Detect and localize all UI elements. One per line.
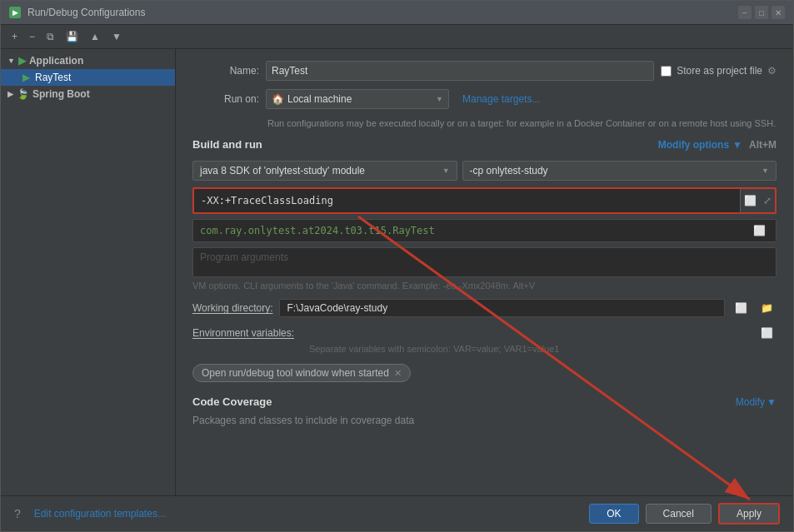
- vm-input-actions: ⬜ ⤢: [740, 189, 775, 212]
- dropdown-arrow-icon: ▼: [436, 95, 443, 103]
- settings-icon[interactable]: ⚙: [767, 65, 777, 77]
- config-panel: Name: Store as project file ⚙ Run on: 🏠 …: [176, 49, 793, 495]
- toolbar: + − ⧉ 💾 ▲ ▼: [1, 25, 793, 49]
- coverage-packages-text: Packages and classes to include in cover…: [192, 415, 777, 426]
- sidebar-item-label-springboot: Spring Boot: [32, 88, 90, 100]
- manage-targets-link[interactable]: Manage targets...: [462, 93, 540, 105]
- run-debug-dialog: ▶ Run/Debug Configurations − □ ✕ + − ⧉ 💾…: [0, 0, 794, 532]
- build-and-run-title: Build and run: [192, 138, 262, 151]
- ok-button[interactable]: OK: [589, 504, 638, 524]
- env-vars-label: Environment variables:: [192, 327, 294, 339]
- copy-config-button[interactable]: ⧉: [42, 28, 58, 45]
- help-button[interactable]: ?: [14, 507, 21, 520]
- code-coverage-title: Code Coverage: [192, 395, 272, 408]
- remove-tool-window-tag-button[interactable]: ✕: [394, 368, 402, 379]
- cp-arrow-icon: ▼: [762, 167, 769, 175]
- run-on-dropdown[interactable]: 🏠 Local machine ▼: [266, 89, 449, 109]
- apply-button[interactable]: Apply: [718, 503, 780, 525]
- run-config-info: Run configurations may be executed local…: [267, 117, 777, 130]
- remove-config-button[interactable]: −: [25, 28, 39, 45]
- vm-options-fullscreen-button[interactable]: ⤢: [760, 193, 775, 208]
- tool-window-row: Open run/debug tool window when started …: [192, 364, 777, 382]
- main-class-value: com.ray.onlytest.at2024.t03.t15.RayTest: [200, 225, 750, 236]
- sidebar-item-label-raytest: RayTest: [35, 72, 71, 83]
- coverage-modify-button[interactable]: Modify ▼: [736, 396, 777, 408]
- open-tool-window-label: Open run/debug tool window when started: [202, 367, 389, 379]
- edit-templates-link[interactable]: Edit configuration templates...: [34, 508, 166, 520]
- expand-icon: ▼: [7, 57, 15, 65]
- env-vars-hint: Separate variables with semicolon: VAR=v…: [309, 344, 777, 354]
- store-as-project-label: Store as project file: [677, 65, 762, 77]
- collapse-icon: ▶: [7, 90, 13, 98]
- build-and-run-header: Build and run Modify options ▼ Alt+M: [192, 138, 777, 151]
- sidebar-item-raytest[interactable]: ▶ RayTest: [1, 69, 175, 86]
- add-config-button[interactable]: +: [7, 28, 22, 45]
- alt-m-hint: Alt+M: [749, 139, 777, 151]
- title-bar: ▶ Run/Debug Configurations − □ ✕: [1, 1, 793, 25]
- name-row: Name: Store as project file ⚙: [192, 61, 777, 81]
- env-vars-row: Environment variables: ⬜: [192, 326, 777, 341]
- store-as-project-checkbox-row: Store as project file ⚙: [661, 65, 777, 77]
- sdk-arrow-icon: ▼: [442, 167, 450, 175]
- name-input[interactable]: [266, 61, 654, 81]
- working-dir-browse-button[interactable]: 📁: [757, 301, 777, 316]
- env-vars-edit-button[interactable]: ⬜: [757, 326, 777, 341]
- program-args-placeholder: Program arguments: [200, 251, 288, 263]
- footer-left-group: ? Edit configuration templates...: [14, 507, 166, 520]
- cancel-button[interactable]: Cancel: [646, 504, 712, 524]
- move-down-button[interactable]: ▼: [107, 28, 126, 45]
- main-class-copy-button[interactable]: ⬜: [750, 223, 769, 238]
- vm-hint-text: VM options. CLI arguments to the 'Java' …: [192, 281, 777, 291]
- open-tool-window-tag: Open run/debug tool window when started …: [192, 364, 411, 382]
- sdk-dropdown[interactable]: java 8 SDK of 'onlytest-study' module ▼: [192, 161, 457, 181]
- store-as-project-checkbox[interactable]: [661, 66, 672, 77]
- sidebar-section-application[interactable]: ▼ ▶ Application: [1, 52, 175, 69]
- minimize-button[interactable]: −: [738, 6, 752, 19]
- run-on-label: Run on:: [192, 93, 259, 105]
- springboot-icon: 🍃: [17, 88, 29, 100]
- sidebar-section-springboot[interactable]: ▶ 🍃 Spring Boot: [1, 86, 175, 102]
- sidebar-item-label-application: Application: [29, 55, 83, 67]
- local-machine-text: Local machine: [287, 93, 352, 105]
- coverage-modify-arrow-icon: ▼: [767, 396, 777, 408]
- cp-dropdown[interactable]: -cp onlytest-study ▼: [462, 161, 777, 181]
- title-bar-controls: − □ ✕: [738, 6, 785, 19]
- program-args-input[interactable]: Program arguments: [192, 247, 777, 277]
- footer-buttons: OK Cancel Apply: [589, 503, 780, 525]
- save-config-button[interactable]: 💾: [62, 28, 82, 45]
- modify-options-button[interactable]: Modify options ▼ Alt+M: [658, 139, 777, 151]
- working-dir-copy-button[interactable]: ⬜: [732, 301, 751, 316]
- working-dir-value: F:\JavaCode\ray-study: [279, 299, 725, 317]
- coverage-modify-label: Modify: [736, 396, 765, 408]
- dialog-title: Run/Debug Configurations: [27, 7, 145, 18]
- restore-button[interactable]: □: [755, 6, 768, 19]
- vm-options-expand-button[interactable]: ⬜: [741, 193, 760, 208]
- sdk-row: java 8 SDK of 'onlytest-study' module ▼ …: [192, 161, 777, 181]
- modify-options-label: Modify options: [658, 139, 729, 151]
- home-icon: 🏠: [272, 93, 284, 105]
- sidebar: ▼ ▶ Application ▶ RayTest ▶ 🍃 Spring Boo…: [1, 49, 176, 495]
- working-dir-row: Working directory: F:\JavaCode\ray-study…: [192, 299, 777, 317]
- main-content: ▼ ▶ Application ▶ RayTest ▶ 🍃 Spring Boo…: [1, 49, 793, 495]
- run-on-row: Run on: 🏠 Local machine ▼ Manage targets…: [192, 89, 777, 109]
- raytest-icon: ▶: [22, 72, 30, 83]
- name-label: Name:: [192, 65, 259, 77]
- vm-options-row: ⬜ ⤢: [192, 187, 777, 214]
- sdk-value: java 8 SDK of 'onlytest-study' module: [200, 165, 365, 177]
- title-bar-left: ▶ Run/Debug Configurations: [9, 7, 145, 18]
- code-coverage-section: Code Coverage Modify ▼: [192, 395, 777, 408]
- vm-options-input[interactable]: [194, 189, 740, 212]
- working-dir-label: Working directory:: [192, 302, 272, 314]
- dropdown-arrow-modify-icon: ▼: [732, 139, 742, 151]
- move-up-button[interactable]: ▲: [86, 28, 104, 45]
- app-icon: ▶: [18, 55, 26, 67]
- dialog-icon: ▶: [9, 7, 21, 18]
- cp-value: -cp onlytest-study: [470, 165, 548, 177]
- main-class-row: com.ray.onlytest.at2024.t03.t15.RayTest …: [192, 219, 777, 242]
- dialog-footer: ? Edit configuration templates... OK Can…: [1, 495, 793, 531]
- close-button[interactable]: ✕: [772, 6, 785, 19]
